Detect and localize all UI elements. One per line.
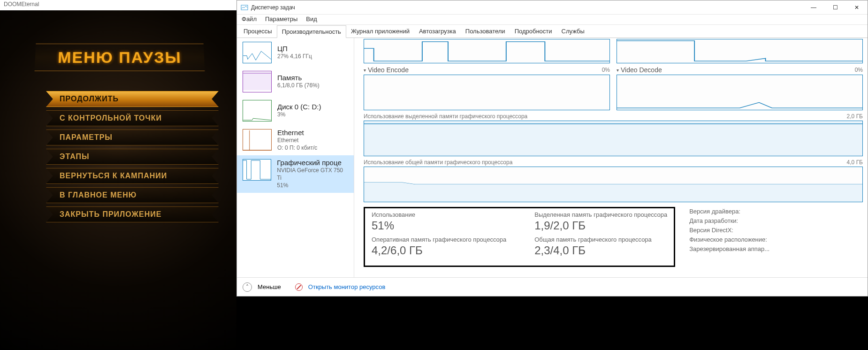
ded-mem-chart [364,121,863,156]
gpuram-value: 4,2/6,0 ГБ [372,244,506,257]
sidebar-item-sub2: О: 0 П: 0 кбит/с [277,144,317,152]
sidebar-thumb [243,159,271,181]
shared-label: Общая память графического процессора [534,236,667,243]
sidebar-item-title: Ethernet [277,129,317,137]
tm-titlebar[interactable]: Диспетчер задач — ☐ ✕ [237,0,868,15]
gpuram-label: Оперативная память графического процессо… [372,236,506,243]
menu-вид[interactable]: Вид [306,15,317,23]
pause-menu-item-3[interactable]: ЭТАПЫ [46,149,219,165]
doom-window: DOOMEternal МЕНЮ ПАУЗЫ ПРОДОЛЖИТЬС КОНТР… [0,0,236,350]
gpu-3d-chart [364,39,610,63]
ded-label: Выделенная память графического процессор… [534,211,667,218]
minimize-button[interactable]: — [803,0,824,15]
sidebar-item-title: ЦП [277,45,312,53]
tab-3[interactable]: Автозагрузка [414,25,461,38]
doom-title-text: DOOMEternal [4,1,39,8]
gpu-copy-chart [617,39,863,63]
task-manager-window: Диспетчер задач — ☐ ✕ ФайлПараметрыВид П… [236,0,868,297]
video-decode-chart [617,75,863,110]
meta-line: Версия DirectX: [689,226,769,235]
sidebar-item-title: Память [277,74,320,82]
pause-menu-header: МЕНЮ ПАУЗЫ [35,43,205,71]
meta-line: Версия драйвера: [689,207,769,216]
doom-titlebar: DOOMEternal [0,0,236,10]
sidebar-item-sub: 6,1/8,0 ГБ (76%) [277,82,320,89]
sidebar-thumb [243,129,272,151]
pause-menu-item-1[interactable]: С КОНТРОЛЬНОЙ ТОЧКИ [46,110,219,126]
video-encode-col: ▾ Video Encode 0% [364,66,610,110]
gpu-metadata: Версия драйвера:Дата разработки:Версия D… [689,207,769,267]
sidebar-item-sub: 3% [277,111,321,118]
tab-2[interactable]: Журнал приложений [346,25,414,38]
video-encode-chart [364,75,610,110]
video-decode-col: ▾ Video Decode 0% [617,66,863,110]
ded-mem-title: Использование выделенной памяти графичес… [364,113,527,120]
video-decode-label: Video Decode [621,66,662,74]
video-encode-label: Video Encode [368,66,409,74]
ded-value: 1,9/2,0 ГБ [534,219,667,232]
pause-menu-list: ПРОДОЛЖИТЬС КОНТРОЛЬНОЙ ТОЧКИПАРАМЕТРЫЭТ… [46,91,219,226]
tm-tabs: ПроцессыПроизводительностьЖурнал приложе… [237,25,868,38]
sidebar-item-2[interactable]: Диск 0 (C: D:)3% [237,96,354,125]
resmon-icon [295,283,303,291]
shared-value: 2,3/4,0 ГБ [534,244,667,257]
open-resmon-link[interactable]: Открыть монитор ресурсов [308,283,385,290]
chevron-down-icon[interactable]: ▾ [617,68,619,73]
pause-menu-item-2[interactable]: ПАРАМЕТРЫ [46,129,219,145]
chevron-down-icon[interactable]: ▾ [364,68,366,73]
pause-menu-item-5[interactable]: В ГЛАВНОЕ МЕНЮ [46,187,219,203]
sidebar-thumb [243,100,272,122]
doom-game-area: МЕНЮ ПАУЗЫ ПРОДОЛЖИТЬС КОНТРОЛЬНОЙ ТОЧКИ… [0,10,236,350]
usage-value: 51% [372,219,506,232]
sidebar-item-1[interactable]: Память6,1/8,0 ГБ (76%) [237,67,354,96]
menu-файл[interactable]: Файл [242,15,257,23]
shared-mem-chart [364,167,863,202]
sidebar-item-sub: 27% 4,16 ГГц [277,53,312,60]
sidebar-item-sub: Ethernet [277,137,317,144]
shared-mem-title: Использование общей памяти графического … [364,159,512,166]
tm-menubar: ФайлПараметрыВид [237,15,868,25]
sidebar-item-title: Графический проце [277,159,348,167]
tab-4[interactable]: Пользователи [461,25,510,38]
pause-menu-item-4[interactable]: ВЕРНУТЬСЯ К КАМПАНИИ [46,168,219,184]
ded-mem-max: 2,0 ГБ [847,113,863,120]
meta-line: Дата разработки: [689,216,769,226]
pause-menu-title: МЕНЮ ПАУЗЫ [58,48,182,67]
video-encode-pct: 0% [602,67,610,73]
pause-menu-item-6[interactable]: ЗАКРЫТЬ ПРИЛОЖЕНИЕ [46,206,219,222]
tm-main-pane: ▾ Video Encode 0% ▾ Video Decode 0% [354,38,868,277]
tm-sidebar: ЦП27% 4,16 ГГцПамять6,1/8,0 ГБ (76%)Диск… [237,38,354,277]
tab-0[interactable]: Процессы [239,25,277,38]
sidebar-item-0[interactable]: ЦП27% 4,16 ГГц [237,38,354,67]
sidebar-item-title: Диск 0 (C: D:) [277,103,321,111]
collapse-button[interactable]: ˄ [243,282,252,292]
gpu-copy-chart-col [617,38,863,63]
tab-6[interactable]: Службы [557,25,589,38]
svg-rect-2 [364,121,862,156]
pause-menu-item-0[interactable]: ПРОДОЛЖИТЬ [46,91,219,107]
usage-label: Использование [372,211,506,218]
sidebar-thumb [243,71,272,92]
tab-1[interactable]: Производительность [277,25,346,38]
tm-app-icon [241,4,248,11]
shared-mem-max: 4,0 ГБ [847,159,863,166]
gpu-3d-chart-col [364,38,610,63]
sidebar-item-sub2: 51% [277,182,348,189]
close-button[interactable]: ✕ [846,0,868,15]
sidebar-thumb [243,42,272,63]
meta-line: Зарезервированная аппар... [689,244,769,254]
less-label[interactable]: Меньше [258,283,281,290]
meta-line: Физическое расположение: [689,235,769,244]
tab-5[interactable]: Подробности [510,25,557,38]
sidebar-item-sub: NVIDIA GeForce GTX 750 Ti [277,167,348,182]
svg-rect-1 [243,73,271,90]
video-decode-pct: 0% [855,67,863,73]
gpu-stats-box: Использование 51% Оперативная память гра… [364,207,675,267]
tm-footer: ˄ Меньше Открыть монитор ресурсов [237,277,868,296]
sidebar-item-4[interactable]: Графический процеNVIDIA GeForce GTX 750 … [237,155,354,193]
maximize-button[interactable]: ☐ [824,0,846,15]
sidebar-item-3[interactable]: EthernetEthernetО: 0 П: 0 кбит/с [237,125,354,155]
tm-title-text: Диспетчер задач [251,4,803,11]
menu-параметры[interactable]: Параметры [265,15,297,23]
